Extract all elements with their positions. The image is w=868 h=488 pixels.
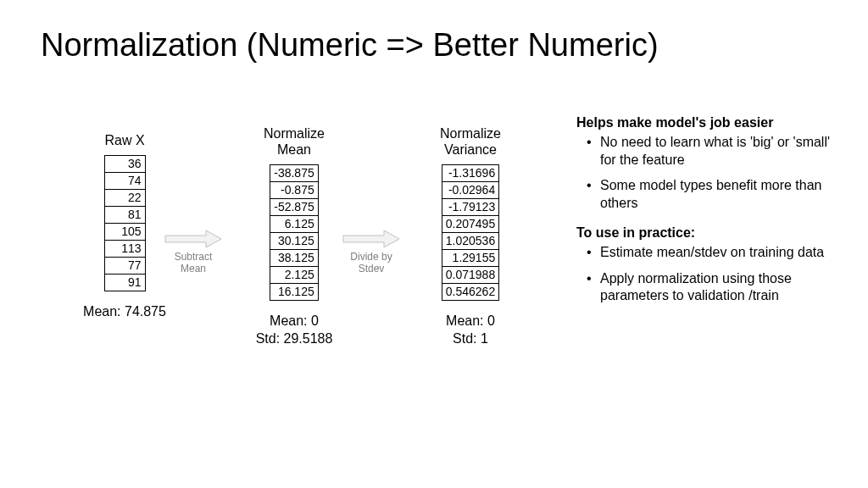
stats: Mean: 74.875 [78,303,171,321]
data-table-norm-mean: -38.875 -0.875 -52.875 6.125 30.125 38.1… [270,164,318,301]
cell: -0.02964 [442,182,498,199]
column-header: NormalizeMean [248,125,341,158]
cell: 1.020536 [442,233,498,250]
stat-line: Mean: 74.875 [78,303,171,321]
notes-heading: Helps make model's job easier [576,114,839,132]
cell: 1.29155 [442,250,498,267]
stats: Mean: 0 Std: 29.5188 [248,313,341,348]
notes-section: Helps make model's job easier No need to… [576,114,839,317]
column-header: NormalizeVariance [424,125,517,158]
bullet: No need to learn what is 'big' or 'small… [600,134,839,169]
cell: 105 [104,224,145,241]
stat-line: Std: 29.5188 [248,330,341,348]
column-raw-x: Raw X 36 74 22 81 105 113 77 91 Mean: 74… [78,132,171,321]
notes-heading: To use in practice: [576,225,839,242]
data-table-raw: 36 74 22 81 105 113 77 91 [104,155,146,291]
bullet: Estimate mean/stdev on training data [600,244,839,262]
cell: 16.125 [270,284,318,301]
cell: -38.875 [270,165,318,182]
stat-line: Mean: 0 [424,313,517,330]
bullet: Apply normalization using those paramete… [600,270,839,306]
arrow-icon [342,229,401,249]
cell: 91 [104,274,145,291]
bullet: Some model types benefit more than other… [600,177,839,213]
cell: 38.125 [270,250,318,267]
cell: 36 [104,156,145,173]
cell: 0.207495 [442,216,498,233]
column-header: Raw X [78,132,171,148]
cell: 81 [104,207,145,224]
column-normalize-mean: NormalizeMean -38.875 -0.875 -52.875 6.1… [248,125,341,348]
stat-line: Std: 1 [424,330,517,348]
cell: 77 [104,258,145,274]
arrow-label: Divide byStdev [337,251,405,275]
cell: 6.125 [270,216,318,233]
cell: 30.125 [270,233,318,250]
arrow-subtract-mean: SubtractMean [159,229,227,275]
cell: 74 [104,173,145,190]
cell: -52.875 [270,199,318,216]
arrow-label: SubtractMean [159,251,227,275]
column-normalize-variance: NormalizeVariance -1.31696 -0.02964 -1.7… [424,125,517,348]
cell: -1.79123 [442,199,498,216]
cell: 0.546262 [442,284,498,301]
cell: 22 [104,190,145,207]
cell: 0.071988 [442,267,498,284]
data-table-norm-var: -1.31696 -0.02964 -1.79123 0.207495 1.02… [442,164,499,301]
cell: -0.875 [270,182,318,199]
cell: 113 [104,241,145,258]
cell: -1.31696 [442,165,498,182]
slide-title: Normalization (Numeric => Better Numeric… [41,27,659,64]
stat-line: Mean: 0 [248,313,341,330]
arrow-icon [164,229,223,249]
stats: Mean: 0 Std: 1 [424,313,517,348]
cell: 2.125 [270,267,318,284]
arrow-divide-stdev: Divide byStdev [337,229,405,275]
